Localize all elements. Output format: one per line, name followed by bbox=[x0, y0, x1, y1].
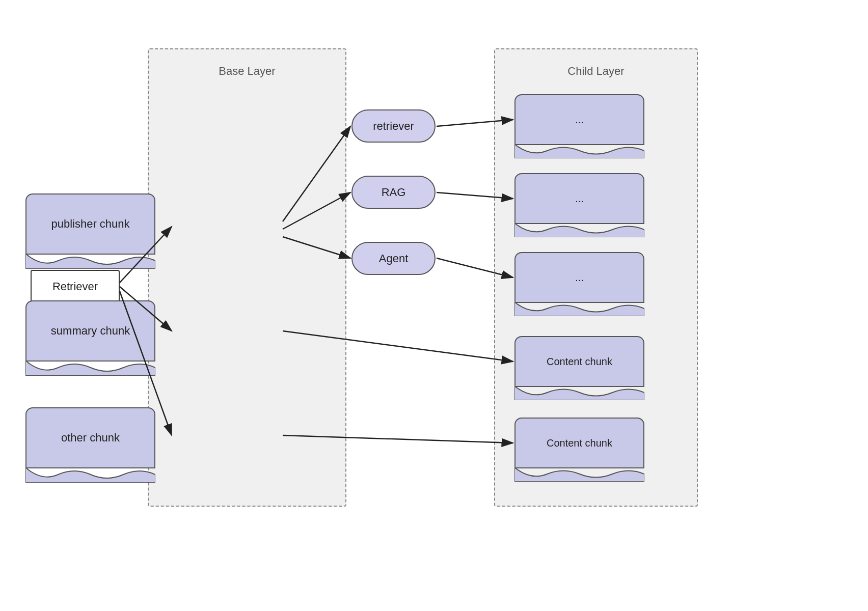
other-chunk-label: other chunk bbox=[61, 431, 120, 445]
content-chunk-1-label: Content chunk bbox=[547, 356, 612, 368]
pill-retriever: retriever bbox=[351, 109, 436, 143]
pill-rag: RAG bbox=[351, 176, 436, 209]
child-dots-2: ... bbox=[514, 173, 644, 224]
publisher-chunk-box: publisher chunk bbox=[25, 193, 155, 255]
pill-agent-label: Agent bbox=[379, 252, 409, 265]
pill-agent: Agent bbox=[351, 242, 436, 275]
pill-retriever-label: retriever bbox=[373, 120, 414, 133]
child-layer-label: Child Layer bbox=[567, 65, 624, 78]
child-dots-3: ... bbox=[514, 252, 644, 303]
child-dots-3-label: ... bbox=[575, 272, 584, 284]
child-wave-4 bbox=[514, 386, 644, 400]
base-layer-label: Base Layer bbox=[219, 65, 275, 78]
publisher-chunk-label: publisher chunk bbox=[51, 217, 129, 231]
child-dots-2-label: ... bbox=[575, 193, 584, 205]
child-wave-3 bbox=[514, 302, 644, 316]
child-wave-2 bbox=[514, 223, 644, 237]
content-chunk-2-label: Content chunk bbox=[547, 437, 612, 449]
base-layer-box: Base Layer bbox=[148, 48, 346, 507]
child-dots-1: ... bbox=[514, 94, 644, 145]
child-wave-1 bbox=[514, 144, 644, 158]
child-dots-1-label: ... bbox=[575, 114, 584, 126]
other-chunk-box: other chunk bbox=[25, 407, 155, 468]
other-wave bbox=[25, 467, 155, 483]
content-chunk-2: Content chunk bbox=[514, 418, 644, 468]
diagram: Base Layer Child Layer Retriever publish… bbox=[0, 0, 868, 611]
publisher-wave bbox=[25, 254, 155, 269]
pill-rag-label: RAG bbox=[382, 186, 406, 199]
retriever-main-box: Retriever bbox=[31, 270, 120, 303]
retriever-label: Retriever bbox=[52, 280, 98, 293]
summary-chunk-label: summary chunk bbox=[51, 324, 130, 338]
summary-chunk-box: summary chunk bbox=[25, 300, 155, 362]
child-wave-5 bbox=[514, 467, 644, 482]
summary-wave bbox=[25, 360, 155, 376]
content-chunk-1: Content chunk bbox=[514, 336, 644, 387]
